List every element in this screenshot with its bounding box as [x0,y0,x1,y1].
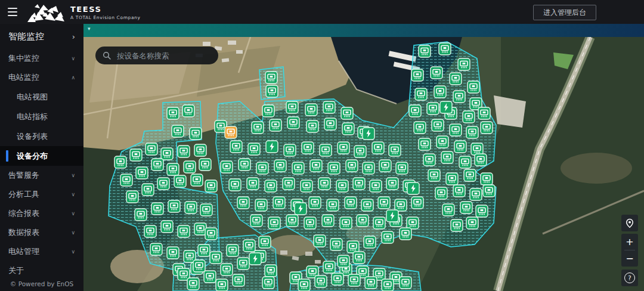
device-marker[interactable] [364,236,376,248]
device-marker[interactable] [187,278,199,290]
device-marker[interactable] [415,88,427,100]
device-marker[interactable] [395,199,407,211]
device-marker[interactable] [265,180,277,192]
device-marker[interactable] [346,160,358,172]
device-marker[interactable] [414,122,426,134]
device-marker[interactable] [142,184,154,196]
device-marker[interactable] [161,148,173,160]
device-marker[interactable] [221,161,233,173]
zoom-out-button[interactable]: − [621,250,638,267]
device-marker[interactable] [193,260,205,272]
device-marker[interactable] [409,105,421,117]
device-marker[interactable] [185,202,197,213]
device-marker[interactable] [174,175,186,187]
device-marker[interactable] [411,197,423,209]
device-marker[interactable] [310,160,322,172]
map-canvas[interactable]: + − ? [83,37,644,291]
device-marker[interactable] [167,107,179,119]
device-marker[interactable] [184,161,196,173]
device-marker[interactable] [286,215,298,227]
device-search-box[interactable] [95,47,218,64]
device-marker[interactable] [274,160,286,172]
device-marker[interactable] [151,159,163,171]
device-marker[interactable] [205,180,217,192]
device-marker[interactable] [453,185,465,197]
device-marker[interactable] [178,146,190,157]
device-marker[interactable] [283,178,295,190]
device-marker[interactable] [466,217,478,229]
device-marker[interactable] [318,178,330,190]
enter-admin-button[interactable]: 进入管理后台 [533,5,596,20]
device-marker[interactable] [237,258,249,270]
device-marker[interactable] [353,252,365,264]
device-marker[interactable] [389,144,401,156]
device-marker[interactable] [372,142,384,154]
device-marker-transformer[interactable] [363,128,374,140]
device-marker[interactable] [324,118,336,130]
device-marker-transformer[interactable] [440,101,452,113]
device-marker[interactable] [348,274,360,286]
device-marker[interactable] [161,221,173,233]
device-marker[interactable] [191,174,203,186]
device-marker[interactable] [365,277,377,289]
sidebar-item[interactable]: 集中监控∨ [0,49,83,68]
device-marker[interactable] [411,69,423,81]
device-marker[interactable] [292,162,304,174]
device-marker[interactable] [172,125,184,137]
device-marker[interactable] [481,173,493,185]
device-marker[interactable] [150,243,162,255]
device-marker[interactable] [323,101,335,113]
zoom-in-button[interactable]: + [621,234,638,250]
device-marker[interactable] [450,73,462,85]
device-marker[interactable] [471,143,483,155]
device-marker[interactable] [194,223,206,235]
device-marker[interactable] [298,279,310,291]
device-marker[interactable] [419,45,431,57]
device-marker[interactable] [434,86,446,98]
device-marker[interactable] [239,159,250,171]
device-marker[interactable] [265,265,277,277]
device-marker[interactable] [338,255,349,267]
sidebar-subitem[interactable]: 电站指标 [0,107,83,126]
device-marker[interactable] [476,205,488,217]
device-marker[interactable] [233,274,244,286]
device-marker[interactable] [266,85,278,97]
device-marker[interactable] [439,43,451,55]
device-marker[interactable] [407,217,419,229]
sidebar-subitem[interactable]: 电站视图 [0,87,83,107]
device-marker[interactable] [256,162,268,174]
device-marker[interactable] [459,156,471,168]
device-marker[interactable] [419,138,431,150]
device-marker[interactable] [199,159,211,171]
device-marker[interactable] [396,162,408,174]
device-marker[interactable] [386,178,398,190]
sidebar-item[interactable]: 告警服务∨ [0,166,83,185]
device-marker[interactable] [287,117,299,129]
device-marker[interactable] [373,217,385,229]
sidebar-item[interactable]: 综合报表∨ [0,204,83,223]
device-marker[interactable] [167,247,179,259]
device-marker[interactable] [436,136,448,148]
device-marker[interactable] [340,217,352,229]
sidebar-item[interactable]: 分析工具∨ [0,185,83,204]
device-marker[interactable] [357,215,369,227]
device-marker[interactable] [327,199,339,211]
hamburger-menu-icon[interactable] [8,8,17,16]
help-button[interactable]: ? [621,270,638,286]
device-marker[interactable] [475,154,487,166]
device-marker[interactable] [230,141,242,153]
device-marker[interactable] [248,143,260,155]
device-marker[interactable] [451,219,463,231]
device-marker[interactable] [341,107,353,119]
device-marker[interactable] [262,105,274,117]
device-marker[interactable] [470,188,482,200]
search-input[interactable] [116,51,211,61]
device-marker[interactable] [342,123,354,135]
device-marker[interactable] [463,111,475,123]
device-marker[interactable] [338,142,349,154]
device-marker[interactable] [144,225,156,237]
device-marker[interactable] [194,144,206,156]
device-marker[interactable] [304,217,316,229]
device-marker[interactable] [481,122,493,134]
device-marker[interactable] [120,174,132,186]
